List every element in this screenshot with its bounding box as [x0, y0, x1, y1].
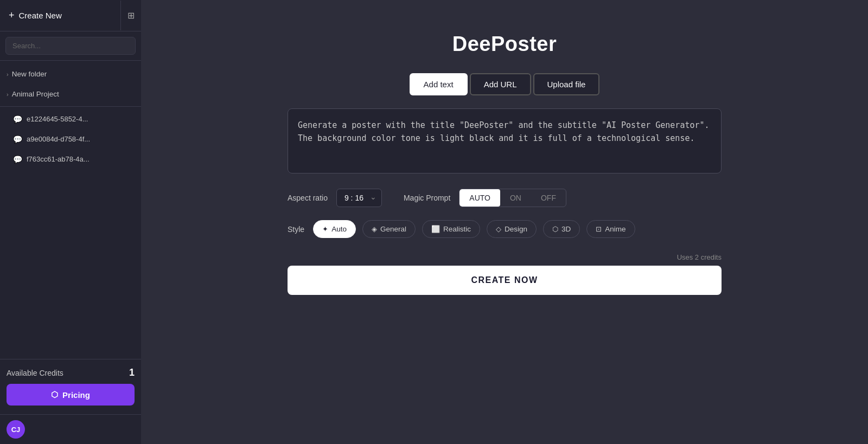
section-divider [0, 106, 141, 107]
style-auto-label: Auto [331, 225, 347, 233]
aspect-ratio-select-wrap: 9 : 16 16 : 9 1 : 1 4 : 3 3 : 4 [336, 189, 382, 207]
delete-folder-button[interactable]: 🗑 [123, 69, 135, 79]
sidebar: + Create New ⊞ › New folder ✎ 🗑 › Animal… [0, 0, 141, 444]
chevron-right-icon: › [7, 71, 9, 78]
folder-label: New folder [12, 70, 107, 78]
grid-view-button[interactable]: ⊞ [120, 1, 141, 30]
general-style-icon: ◈ [372, 225, 377, 233]
sidebar-chat-3[interactable]: 💬 f763cc61-ab78-4a... ✎ 🗑 [0, 149, 141, 169]
aspect-ratio-label: Aspect ratio [288, 194, 328, 202]
style-3d-button[interactable]: ⬡ 3D [543, 220, 580, 238]
credits-count: 1 [129, 367, 135, 378]
sidebar-chat-2[interactable]: 💬 a9e0084d-d758-4f... ✎ 🗑 [0, 129, 141, 149]
delete-folder-button[interactable]: 🗑 [123, 89, 135, 99]
credits-info-text: Uses 2 credits [677, 253, 722, 261]
style-design-label: Design [505, 225, 527, 233]
style-auto-button[interactable]: ✦ Auto [313, 220, 356, 238]
pricing-icon: ⬡ [51, 390, 58, 400]
credits-label: Available Credits [7, 369, 63, 377]
aspect-ratio-select[interactable]: 9 : 16 16 : 9 1 : 1 4 : 3 3 : 4 [336, 189, 382, 207]
chat-bubble-icon: 💬 [13, 155, 22, 164]
edit-chat-button[interactable]: ✎ [111, 134, 121, 144]
style-label: Style [288, 225, 304, 234]
sidebar-bottom: Available Credits 1 ⬡ Pricing [0, 359, 141, 414]
avatar[interactable]: CJ [7, 420, 25, 439]
chat-label: a9e0084d-d758-4f... [27, 135, 106, 143]
chat-label: f763cc61-ab78-4a... [27, 155, 106, 163]
magic-prompt-label: Magic Prompt [404, 194, 450, 202]
add-text-button[interactable]: Add text [410, 73, 468, 95]
auto-style-icon: ✦ [322, 225, 328, 233]
search-input[interactable] [5, 37, 136, 55]
edit-chat-button[interactable]: ✎ [111, 154, 121, 164]
credits-info: Uses 2 credits [288, 253, 722, 261]
sidebar-user: CJ [0, 414, 141, 444]
upload-file-button[interactable]: Upload file [533, 73, 600, 95]
style-row: Style ✦ Auto ◈ General ⬜ Realistic ◇ Des… [288, 220, 722, 238]
chat-label: e1224645-5852-4... [27, 115, 106, 123]
magic-prompt-toggle: AUTO ON OFF [459, 189, 566, 207]
prompt-textarea[interactable] [288, 108, 722, 173]
delete-chat-button[interactable]: 🗑 [123, 114, 135, 124]
delete-chat-button[interactable]: 🗑 [123, 154, 135, 164]
app-title: DeePoster [452, 33, 557, 56]
style-anime-button[interactable]: ⊡ Anime [586, 220, 635, 238]
chat-bubble-icon: 💬 [13, 115, 22, 124]
magic-on-button[interactable]: ON [500, 189, 531, 207]
edit-folder-button[interactable]: ✎ [111, 69, 121, 79]
delete-chat-button[interactable]: 🗑 [123, 134, 135, 144]
magic-prompt-group: Magic Prompt AUTO ON OFF [404, 189, 566, 207]
style-general-label: General [380, 225, 406, 233]
chevron-right-icon: › [7, 91, 9, 98]
folder-label: Animal Project [12, 90, 107, 98]
magic-off-button[interactable]: OFF [531, 189, 566, 207]
anime-style-icon: ⊡ [596, 225, 602, 233]
style-general-button[interactable]: ◈ General [362, 220, 416, 238]
style-realistic-button[interactable]: ⬜ Realistic [422, 220, 480, 238]
sidebar-folder-2[interactable]: › Animal Project ✎ 🗑 [0, 84, 141, 104]
style-3d-label: 3D [561, 225, 571, 233]
main-content: DeePoster Add text Add URL Upload file A… [141, 0, 868, 444]
settings-row: Aspect ratio 9 : 16 16 : 9 1 : 1 4 : 3 3… [288, 189, 722, 207]
sidebar-list: › New folder ✎ 🗑 › Animal Project ✎ 🗑 💬 … [0, 61, 141, 359]
sidebar-folder-1[interactable]: › New folder ✎ 🗑 [0, 64, 141, 84]
add-url-button[interactable]: Add URL [470, 73, 531, 95]
realistic-style-icon: ⬜ [431, 225, 440, 233]
create-new-button[interactable]: + Create New [0, 0, 120, 31]
edit-folder-button[interactable]: ✎ [111, 89, 121, 99]
search-wrap [0, 31, 141, 61]
sidebar-chat-1[interactable]: 💬 e1224645-5852-4... ✎ 🗑 [0, 109, 141, 129]
design-style-icon: ◇ [496, 225, 501, 233]
pricing-label: Pricing [62, 390, 90, 400]
input-type-row: Add text Add URL Upload file [410, 73, 600, 95]
edit-chat-button[interactable]: ✎ [111, 114, 121, 124]
magic-auto-button[interactable]: AUTO [459, 189, 500, 207]
create-new-label: Create New [19, 11, 62, 20]
chat-bubble-icon: 💬 [13, 135, 22, 144]
pricing-button[interactable]: ⬡ Pricing [7, 384, 135, 406]
grid-icon: ⊞ [127, 11, 135, 20]
sidebar-top: + Create New ⊞ [0, 0, 141, 31]
style-design-button[interactable]: ◇ Design [487, 220, 537, 238]
style-realistic-label: Realistic [443, 225, 471, 233]
create-now-button[interactable]: CREATE NOW [288, 266, 722, 295]
aspect-ratio-group: Aspect ratio 9 : 16 16 : 9 1 : 1 4 : 3 3… [288, 189, 382, 207]
3d-style-icon: ⬡ [552, 225, 558, 233]
style-anime-label: Anime [605, 225, 626, 233]
credits-row: Available Credits 1 [7, 367, 135, 378]
plus-icon: + [9, 10, 15, 21]
